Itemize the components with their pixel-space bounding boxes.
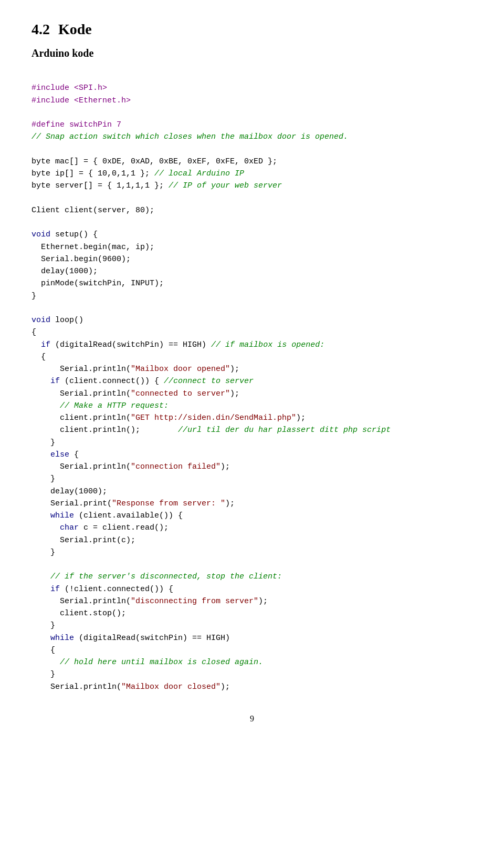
section-number: 4.2 — [32, 21, 50, 38]
code-block: #include <SPI.h> #include <Ethernet.h> #… — [32, 70, 472, 693]
section-title: Kode — [58, 21, 92, 38]
section-heading: 4.2 Kode — [32, 21, 472, 38]
page-number: 9 — [32, 714, 472, 724]
subsection-title: Arduino kode — [32, 47, 472, 59]
